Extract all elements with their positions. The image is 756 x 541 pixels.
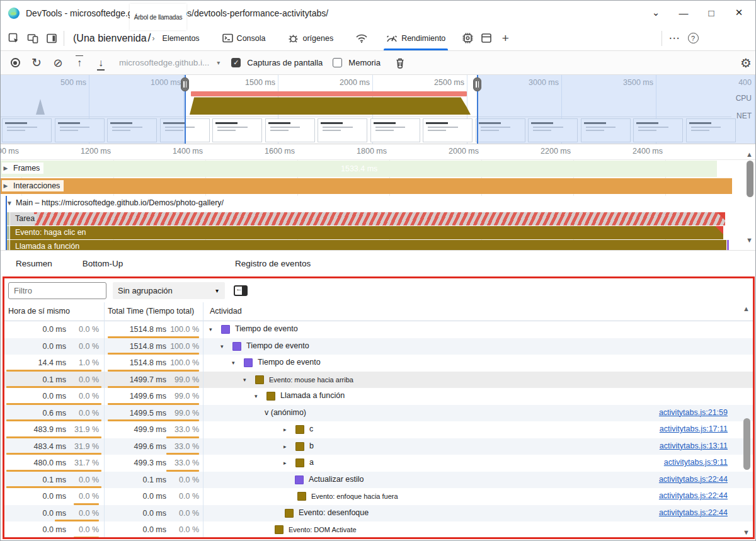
- timeline-tracks[interactable]: 1000 ms1200 ms1400 ms1600 ms1800 ms2000 …: [1, 144, 756, 251]
- save-profile-button[interactable]: ↓: [91, 54, 110, 72]
- screenshot-thumbnail[interactable]: [318, 118, 367, 142]
- olive-event-icon: [295, 425, 304, 434]
- total-time-ms: 499.6 ms: [104, 442, 166, 451]
- call-tree-row[interactable]: 0.1 ms0.0 %0.1 ms0.0 %Actualizar estiloa…: [4, 472, 753, 489]
- interactions-track[interactable]: ▶ Interacciones: [1, 178, 732, 194]
- record-button[interactable]: [6, 54, 25, 72]
- timeline-scroll-down-icon[interactable]: ▼: [746, 236, 753, 244]
- capture-settings-gear-icon[interactable]: ⚙: [740, 55, 752, 71]
- frames-track[interactable]: ▶ Frames 1533.4 ms: [1, 161, 717, 177]
- main-track-header[interactable]: ▼ Main – https://microsoftedge.github.io…: [1, 196, 756, 212]
- call-tree-row[interactable]: 0.0 ms0.0 %1514.8 ms100.0 %▾Tiempo de ev…: [4, 338, 753, 355]
- call-tree-row[interactable]: 0.1 ms0.0 %1499.7 ms99.0 %▾Evento: mouse…: [4, 372, 753, 389]
- reload-and-record-button[interactable]: ↻: [27, 54, 46, 72]
- filter-input[interactable]: [8, 282, 106, 299]
- network-conditions-wifi-icon[interactable]: [352, 29, 371, 48]
- olive-event-icon: [275, 525, 284, 534]
- screenshot-thumbnail[interactable]: [265, 118, 315, 142]
- task-bar-row[interactable]: Tarea: [1, 212, 756, 225]
- device-emulation-icon[interactable]: [23, 29, 42, 48]
- inspect-element-icon[interactable]: [4, 29, 23, 48]
- tree-expand-icon[interactable]: ▸: [284, 460, 287, 466]
- minimize-button[interactable]: —: [670, 2, 697, 23]
- timeline-overview[interactable]: 500 ms1000 ms1500 ms2000 ms2500 ms3000 m…: [1, 75, 756, 144]
- screenshot-thumbnail[interactable]: [212, 118, 262, 142]
- tab-console[interactable]: Consola: [216, 26, 272, 50]
- total-time-pct: 0.0 %: [169, 525, 199, 534]
- load-profile-button[interactable]: ↑: [70, 54, 89, 72]
- tree-collapse-icon[interactable]: ▾: [255, 393, 258, 399]
- total-time-ms: 0.0 ms: [104, 492, 166, 501]
- call-tree-row[interactable]: 0.6 ms0.0 %1499.5 ms99.0 %v (anónimo)act…: [4, 405, 753, 422]
- timeline-scrollbar-thumb[interactable]: [747, 161, 753, 197]
- screenshot-thumbnail[interactable]: [423, 118, 472, 142]
- col-total-time[interactable]: Total Time (Tiempo total): [108, 307, 194, 316]
- source-location-link[interactable]: activitytabs.js:9:11: [664, 458, 728, 467]
- self-time-ms: 0.0 ms: [4, 325, 66, 334]
- olive-event-icon: [285, 509, 294, 518]
- main-expand-icon[interactable]: ▼: [6, 200, 13, 207]
- history-select[interactable]: microsoftedge.github.i...: [119, 58, 209, 67]
- tree-collapse-icon[interactable]: ▾: [232, 360, 235, 366]
- tab-sources[interactable]: orígenes: [282, 26, 340, 50]
- timeline-scroll-up-icon[interactable]: ▲: [746, 151, 753, 158]
- call-tree-row[interactable]: 483.9 ms31.9 %499.9 ms33.0 %▸cactivityta…: [4, 421, 753, 438]
- total-time-ms: 1499.6 ms: [104, 392, 166, 401]
- event-click-bar-row[interactable]: Evento: haga clic en: [1, 226, 756, 239]
- more-options-button[interactable]: ⋯: [665, 29, 684, 48]
- tab-call-tree[interactable]: Árbol de llamadas: [130, 4, 186, 30]
- call-tree-row[interactable]: 0.0 ms0.0 %0.0 ms0.0 %Evento: enfoque ha…: [4, 488, 753, 505]
- tree-expand-icon[interactable]: ▸: [284, 426, 287, 433]
- call-tree-row[interactable]: 0.0 ms0.0 %0.0 ms0.0 %Evento: desenfoque…: [4, 505, 753, 522]
- function-call-bar-row[interactable]: Llamada a función: [1, 240, 756, 251]
- tab-performance[interactable]: Rendimiento: [380, 26, 452, 50]
- source-location-link[interactable]: activitytabs.js:17:11: [660, 424, 728, 433]
- tab-bottom-up[interactable]: Bottom-Up: [67, 259, 139, 268]
- source-location-link[interactable]: activitytabs.js:13:11: [660, 441, 728, 450]
- heaviest-stack-toggle-icon[interactable]: ←: [234, 285, 248, 296]
- self-time-pct: 0.0 %: [69, 492, 99, 501]
- call-tree-row[interactable]: 0.0 ms0.0 %1499.6 ms99.0 %▾Llamada a fun…: [4, 388, 753, 405]
- application-icon[interactable]: [477, 29, 496, 48]
- dock-side-icon[interactable]: [42, 29, 61, 48]
- table-scroll-down-icon[interactable]: ▼: [743, 528, 750, 536]
- source-location-link[interactable]: activitytabs.js:21:59: [659, 408, 728, 417]
- screenshot-thumbnail[interactable]: [370, 118, 420, 142]
- selection-handle-right[interactable]: [473, 77, 481, 91]
- performance-toolbar: ↻ ⊘ ↑ ↓ microsoftedge.github.i... ▾ ✓ Ca…: [1, 51, 756, 75]
- memory-checkbox[interactable]: [333, 58, 342, 67]
- interactions-collapse-icon[interactable]: ▶: [2, 180, 9, 191]
- call-tree-row[interactable]: 483.4 ms31.9 %499.6 ms33.0 %▸bactivityta…: [4, 438, 753, 455]
- close-button[interactable]: ✕: [725, 2, 753, 23]
- maximize-button[interactable]: □: [697, 2, 725, 23]
- source-location-link[interactable]: activitytabs.js:22:44: [659, 475, 728, 484]
- clear-recording-button[interactable]: ⊘: [49, 54, 67, 72]
- selection-handle-left[interactable]: [181, 77, 189, 91]
- source-location-link[interactable]: activitytabs.js:22:44: [659, 508, 728, 517]
- table-scroll-up-icon[interactable]: ▲: [743, 305, 750, 312]
- call-tree-row[interactable]: 0.0 ms0.0 %1514.8 ms100.0 %▾Tiempo de ev…: [4, 321, 753, 338]
- col-activity[interactable]: Actividad: [210, 307, 242, 316]
- source-location-link[interactable]: activitytabs.js:22:44: [659, 491, 728, 500]
- help-button[interactable]: ?: [684, 29, 702, 48]
- tree-collapse-icon[interactable]: ▾: [209, 326, 212, 333]
- tab-event-log[interactable]: Registro de eventos: [220, 259, 326, 268]
- call-tree-row[interactable]: 0.0 ms0.0 %0.0 ms0.0 %Evento: DOM Activa…: [4, 521, 753, 537]
- tree-expand-icon[interactable]: ▸: [284, 443, 287, 450]
- history-caret-icon[interactable]: ▾: [217, 59, 220, 66]
- call-tree-row[interactable]: 14.4 ms1.0 %1514.8 ms100.0 %▾Tiempo de e…: [4, 355, 753, 372]
- grouping-select[interactable]: Sin agrupación ▾: [113, 282, 225, 299]
- col-self-time[interactable]: Hora de sí mismo: [8, 307, 70, 316]
- tab-summary[interactable]: Resumen: [1, 259, 67, 268]
- interactions-track-label: Interacciones: [9, 180, 64, 191]
- memory-chip-icon[interactable]: [458, 29, 477, 48]
- more-tabs-button[interactable]: +: [496, 29, 515, 48]
- window-menu-chevron-icon[interactable]: ⌄: [642, 2, 670, 23]
- tree-collapse-icon[interactable]: ▾: [220, 343, 224, 350]
- tree-collapse-icon[interactable]: ▾: [243, 377, 246, 383]
- table-scrollbar-thumb[interactable]: [743, 418, 750, 470]
- call-tree-row[interactable]: 480.0 ms31.7 %499.3 ms33.0 %▸aactivityta…: [4, 455, 753, 472]
- trash-icon[interactable]: [391, 54, 410, 72]
- frames-collapse-icon[interactable]: ▶: [2, 162, 9, 174]
- screenshots-checkbox[interactable]: ✓: [231, 58, 241, 67]
